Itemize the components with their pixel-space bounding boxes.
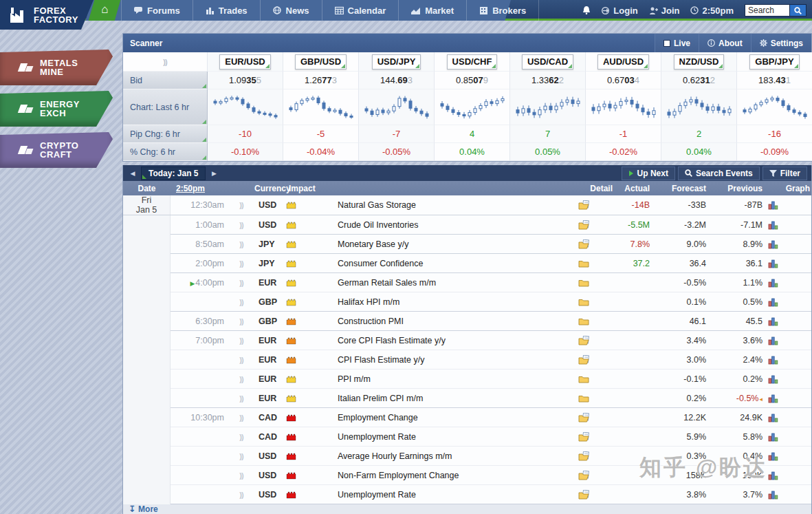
graph-icon[interactable]: [768, 336, 812, 345]
today-date-selector[interactable]: Today: Jan 5: [141, 167, 206, 180]
live-toggle-button[interactable]: Live: [655, 34, 699, 52]
graph-icon[interactable]: [768, 414, 812, 422]
forex-factory-logo[interactable]: FOREXFACTORY: [0, 0, 94, 30]
search-button[interactable]: [790, 4, 806, 17]
event-name[interactable]: Crude Oil Inventories: [319, 220, 578, 230]
filter-button[interactable]: Filter: [762, 167, 807, 180]
scanner-row-label-bid[interactable]: Bid: [123, 72, 208, 89]
event-alert-speaker-icon[interactable]: )): [228, 240, 254, 248]
detail-open-folder-icon[interactable]: [578, 490, 613, 500]
nav-item-trades[interactable]: Trades: [193, 0, 261, 21]
graph-icon[interactable]: [768, 201, 812, 210]
prev-day-button[interactable]: ◀: [127, 170, 138, 177]
event-name[interactable]: Core CPI Flash Estimate y/y: [319, 336, 578, 345]
detail-closed-folder-icon[interactable]: [578, 298, 613, 306]
event-name[interactable]: German Retail Sales m/m: [319, 278, 578, 288]
notifications-bell-button[interactable]: [582, 6, 591, 14]
graph-icon[interactable]: [768, 279, 812, 288]
nav-item-calendar[interactable]: Calendar: [322, 0, 399, 21]
home-tab[interactable]: ⌂: [89, 0, 121, 21]
detail-open-folder-icon[interactable]: [578, 239, 613, 249]
detail-open-folder-icon[interactable]: [578, 432, 613, 442]
event-name[interactable]: Construction PMI: [319, 317, 578, 326]
event-alert-speaker-icon[interactable]: )): [228, 491, 254, 499]
graph-icon[interactable]: [768, 317, 812, 326]
pair-chip-usd-jpy[interactable]: USD/JPY: [372, 54, 421, 69]
graph-icon[interactable]: [768, 491, 812, 500]
detail-open-folder-icon[interactable]: [578, 200, 613, 210]
event-name[interactable]: Italian Prelim CPI m/m: [319, 394, 578, 403]
detail-open-folder-icon[interactable]: [578, 336, 613, 345]
event-name[interactable]: Unemployment Rate: [319, 432, 578, 442]
event-alert-speaker-icon[interactable]: )): [228, 221, 254, 229]
detail-open-folder-icon[interactable]: [578, 413, 613, 422]
settings-button[interactable]: Settings: [751, 34, 811, 52]
event-alert-speaker-icon[interactable]: )): [228, 336, 254, 345]
event-alert-speaker-icon[interactable]: )): [228, 452, 254, 460]
event-alert-speaker-icon[interactable]: )): [228, 471, 254, 480]
clock-time[interactable]: 2:50pm: [690, 6, 734, 16]
scanner-row-label-chart[interactable]: Chart: Last 6 hr: [123, 89, 208, 125]
pair-chip-eur-usd[interactable]: EUR/USD: [219, 54, 271, 69]
graph-icon[interactable]: [768, 394, 812, 403]
graph-icon[interactable]: [768, 356, 812, 365]
sidebar-banner-crypto-craft[interactable]: CRYPTOCRAFT: [0, 132, 113, 168]
nav-item-brokers[interactable]: Brokers: [467, 0, 539, 21]
sidebar-banner-energy-exch[interactable]: ENERGYEXCH: [0, 91, 113, 127]
event-name[interactable]: Employment Change: [319, 413, 578, 422]
detail-closed-folder-icon[interactable]: [578, 259, 613, 268]
event-alert-speaker-icon[interactable]: )): [228, 394, 254, 403]
join-button[interactable]: Join: [649, 6, 680, 16]
graph-icon[interactable]: [768, 375, 812, 384]
event-alert-speaker-icon[interactable]: )): [228, 414, 254, 422]
pair-chip-aud-usd[interactable]: AUD/USD: [597, 54, 649, 69]
column-header-time-link[interactable]: 2:50pm: [176, 184, 205, 193]
graph-icon[interactable]: [768, 240, 812, 249]
graph-icon[interactable]: [768, 452, 812, 461]
event-alert-speaker-icon[interactable]: )): [228, 317, 254, 325]
detail-closed-folder-icon[interactable]: [578, 317, 613, 325]
pair-chip-nzd-usd[interactable]: NZD/USD: [674, 54, 725, 69]
graph-icon[interactable]: [768, 298, 812, 307]
up-next-button[interactable]: Up Next: [622, 167, 675, 180]
detail-closed-folder-icon[interactable]: [578, 375, 613, 383]
next-day-button[interactable]: ▶: [208, 170, 219, 177]
pair-chip-gbp-jpy[interactable]: GBP/JPY: [749, 54, 799, 69]
alerts-speaker-icon[interactable]: )): [163, 58, 166, 66]
about-button[interactable]: About: [699, 34, 751, 52]
detail-closed-folder-icon[interactable]: [578, 394, 613, 403]
event-name[interactable]: CPI Flash Estimate y/y: [319, 355, 578, 365]
event-alert-speaker-icon[interactable]: )): [228, 279, 254, 287]
login-button[interactable]: Login: [602, 6, 637, 16]
detail-closed-folder-icon[interactable]: [578, 279, 613, 287]
event-name[interactable]: PPI m/m: [319, 374, 578, 384]
detail-open-folder-icon[interactable]: [578, 451, 613, 461]
scanner-row-label-pip-chg[interactable]: Pip Chg: 6 hr: [123, 125, 208, 143]
graph-icon[interactable]: [768, 471, 812, 480]
nav-item-forums[interactable]: Forums: [121, 0, 193, 21]
event-alert-speaker-icon[interactable]: )): [228, 259, 254, 268]
pair-chip-gbp-usd[interactable]: GBP/USD: [295, 54, 347, 69]
event-alert-speaker-icon[interactable]: )): [228, 298, 254, 306]
event-name[interactable]: Consumer Confidence: [319, 259, 578, 268]
detail-open-folder-icon[interactable]: [578, 220, 613, 230]
graph-icon[interactable]: [768, 221, 812, 230]
search-input[interactable]: [745, 4, 790, 17]
scanner-row-label-pct-chg[interactable]: % Chg: 6 hr: [123, 143, 208, 161]
event-alert-speaker-icon[interactable]: )): [228, 375, 254, 383]
nav-item-news[interactable]: News: [261, 0, 322, 21]
event-name[interactable]: Natural Gas Storage: [319, 200, 578, 210]
event-name[interactable]: Non-Farm Employment Change: [319, 471, 578, 480]
detail-open-folder-icon[interactable]: [578, 471, 613, 480]
pair-chip-usd-cad[interactable]: USD/CAD: [522, 54, 573, 69]
graph-icon[interactable]: [768, 259, 812, 268]
sidebar-banner-metals-mine[interactable]: METALSMINE: [0, 50, 113, 85]
more-link[interactable]: ↧More: [129, 504, 158, 514]
pair-chip-usd-chf[interactable]: USD/CHF: [447, 54, 498, 69]
event-name[interactable]: Monetary Base y/y: [319, 239, 578, 249]
event-name[interactable]: Halifax HPI m/m: [319, 297, 578, 307]
detail-open-folder-icon[interactable]: [578, 355, 613, 365]
event-name[interactable]: Average Hourly Earnings m/m: [319, 451, 578, 461]
nav-item-market[interactable]: Market: [399, 0, 467, 21]
search-events-button[interactable]: Search Events: [678, 167, 760, 180]
